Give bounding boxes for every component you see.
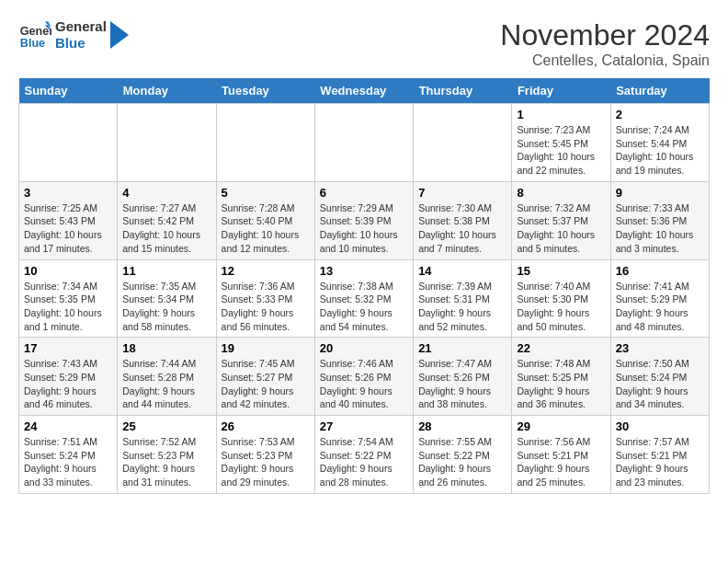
month-year-title: November 2024 [500, 18, 710, 52]
weekday-header-sunday: Sunday [19, 78, 118, 104]
day-number: 29 [517, 419, 605, 433]
day-info: Sunrise: 7:35 AMSunset: 5:34 PMDaylight:… [122, 280, 210, 334]
calendar-cell: 14Sunrise: 7:39 AMSunset: 5:31 PMDayligh… [414, 259, 512, 338]
day-info: Sunrise: 7:29 AMSunset: 5:39 PMDaylight:… [320, 201, 408, 256]
day-info: Sunrise: 7:44 AMSunset: 5:28 PMDaylight:… [122, 357, 210, 411]
calendar-cell: 9Sunrise: 7:33 AMSunset: 5:36 PMDaylight… [610, 181, 709, 259]
calendar-cell: 16Sunrise: 7:41 AMSunset: 5:29 PMDayligh… [610, 259, 709, 338]
calendar-week-1: 1Sunrise: 7:23 AMSunset: 5:45 PMDaylight… [19, 104, 710, 182]
day-info: Sunrise: 7:39 AMSunset: 5:31 PMDaylight:… [418, 280, 506, 334]
day-number: 1 [517, 108, 605, 121]
calendar-cell: 18Sunrise: 7:44 AMSunset: 5:28 PMDayligh… [118, 338, 216, 416]
calendar-cell: 22Sunrise: 7:48 AMSunset: 5:25 PMDayligh… [512, 338, 610, 416]
day-info: Sunrise: 7:54 AMSunset: 5:22 PMDaylight:… [320, 435, 408, 489]
calendar-cell: 1Sunrise: 7:23 AMSunset: 5:45 PMDaylight… [512, 104, 610, 182]
calendar-cell: 21Sunrise: 7:47 AMSunset: 5:26 PMDayligh… [414, 338, 512, 416]
svg-text:Blue: Blue [20, 37, 45, 50]
location-subtitle: Centelles, Catalonia, Spain [500, 52, 710, 69]
day-info: Sunrise: 7:28 AMSunset: 5:40 PMDaylight:… [222, 201, 310, 256]
calendar-cell [118, 104, 216, 182]
calendar-cell [314, 104, 413, 182]
day-number: 27 [320, 419, 408, 433]
calendar-cell: 15Sunrise: 7:40 AMSunset: 5:30 PMDayligh… [512, 259, 610, 338]
day-number: 7 [418, 186, 506, 200]
calendar-cell: 10Sunrise: 7:34 AMSunset: 5:35 PMDayligh… [19, 259, 118, 338]
calendar-body: 1Sunrise: 7:23 AMSunset: 5:45 PMDaylight… [19, 104, 710, 494]
calendar-cell: 8Sunrise: 7:32 AMSunset: 5:37 PMDaylight… [512, 181, 610, 259]
calendar-cell: 23Sunrise: 7:50 AMSunset: 5:24 PMDayligh… [610, 338, 709, 416]
day-number: 11 [122, 264, 210, 278]
day-number: 2 [616, 108, 704, 121]
day-number: 12 [222, 264, 310, 278]
day-number: 25 [122, 419, 210, 433]
day-number: 13 [320, 264, 408, 278]
day-number: 6 [320, 186, 408, 200]
logo-icon: General Blue [18, 18, 51, 52]
day-info: Sunrise: 7:43 AMSunset: 5:29 PMDaylight:… [24, 357, 112, 411]
day-info: Sunrise: 7:33 AMSunset: 5:36 PMDaylight:… [616, 201, 704, 256]
calendar-cell: 7Sunrise: 7:30 AMSunset: 5:38 PMDaylight… [414, 181, 512, 259]
day-number: 9 [616, 186, 704, 200]
calendar-cell: 3Sunrise: 7:25 AMSunset: 5:43 PMDaylight… [19, 181, 118, 259]
day-info: Sunrise: 7:53 AMSunset: 5:23 PMDaylight:… [222, 435, 310, 489]
day-number: 17 [24, 341, 112, 355]
day-number: 5 [222, 186, 310, 200]
calendar-cell: 12Sunrise: 7:36 AMSunset: 5:33 PMDayligh… [216, 259, 314, 338]
calendar-cell: 5Sunrise: 7:28 AMSunset: 5:40 PMDaylight… [216, 181, 314, 259]
day-info: Sunrise: 7:45 AMSunset: 5:27 PMDaylight:… [222, 357, 310, 411]
day-info: Sunrise: 7:24 AMSunset: 5:44 PMDaylight:… [616, 123, 704, 178]
logo-arrow-icon [110, 21, 129, 49]
day-info: Sunrise: 7:23 AMSunset: 5:45 PMDaylight:… [517, 123, 605, 178]
calendar-cell [216, 104, 314, 182]
day-number: 18 [122, 341, 210, 355]
calendar-cell: 20Sunrise: 7:46 AMSunset: 5:26 PMDayligh… [314, 338, 413, 416]
day-info: Sunrise: 7:52 AMSunset: 5:23 PMDaylight:… [122, 435, 210, 489]
weekday-header-tuesday: Tuesday [216, 78, 314, 104]
day-info: Sunrise: 7:30 AMSunset: 5:38 PMDaylight:… [418, 201, 506, 256]
day-number: 22 [517, 341, 605, 355]
day-info: Sunrise: 7:27 AMSunset: 5:42 PMDaylight:… [122, 201, 210, 256]
day-number: 8 [517, 186, 605, 200]
day-number: 4 [122, 186, 210, 200]
day-info: Sunrise: 7:38 AMSunset: 5:32 PMDaylight:… [320, 280, 408, 334]
weekday-header-thursday: Thursday [414, 78, 512, 104]
day-info: Sunrise: 7:50 AMSunset: 5:24 PMDaylight:… [616, 357, 704, 411]
day-number: 10 [24, 264, 112, 278]
calendar-cell [414, 104, 512, 182]
day-info: Sunrise: 7:47 AMSunset: 5:26 PMDaylight:… [418, 357, 506, 411]
calendar-table: SundayMondayTuesdayWednesdayThursdayFrid… [18, 78, 710, 494]
weekday-header-wednesday: Wednesday [314, 78, 413, 104]
day-info: Sunrise: 7:34 AMSunset: 5:35 PMDaylight:… [24, 280, 112, 334]
calendar-cell [19, 104, 118, 182]
calendar-cell: 24Sunrise: 7:51 AMSunset: 5:24 PMDayligh… [19, 416, 118, 494]
header: General Blue General Blue November 2024 … [18, 18, 710, 69]
calendar-cell: 6Sunrise: 7:29 AMSunset: 5:39 PMDaylight… [314, 181, 413, 259]
calendar-week-2: 3Sunrise: 7:25 AMSunset: 5:43 PMDaylight… [19, 181, 710, 259]
day-number: 14 [418, 264, 506, 278]
logo-general: General [55, 18, 107, 35]
day-info: Sunrise: 7:32 AMSunset: 5:37 PMDaylight:… [517, 201, 605, 256]
weekday-header-monday: Monday [118, 78, 216, 104]
calendar-cell: 2Sunrise: 7:24 AMSunset: 5:44 PMDaylight… [610, 104, 709, 182]
day-info: Sunrise: 7:25 AMSunset: 5:43 PMDaylight:… [24, 201, 112, 256]
day-number: 24 [24, 419, 112, 433]
calendar-cell: 4Sunrise: 7:27 AMSunset: 5:42 PMDaylight… [118, 181, 216, 259]
day-info: Sunrise: 7:57 AMSunset: 5:21 PMDaylight:… [616, 435, 704, 489]
day-info: Sunrise: 7:56 AMSunset: 5:21 PMDaylight:… [517, 435, 605, 489]
calendar-week-3: 10Sunrise: 7:34 AMSunset: 5:35 PMDayligh… [19, 259, 710, 338]
day-number: 19 [222, 341, 310, 355]
day-info: Sunrise: 7:46 AMSunset: 5:26 PMDaylight:… [320, 357, 408, 411]
calendar-cell: 28Sunrise: 7:55 AMSunset: 5:22 PMDayligh… [414, 416, 512, 494]
day-info: Sunrise: 7:51 AMSunset: 5:24 PMDaylight:… [24, 435, 112, 489]
day-info: Sunrise: 7:41 AMSunset: 5:29 PMDaylight:… [616, 280, 704, 334]
title-area: November 2024 Centelles, Catalonia, Spai… [500, 18, 710, 69]
day-number: 23 [616, 341, 704, 355]
calendar-cell: 30Sunrise: 7:57 AMSunset: 5:21 PMDayligh… [610, 416, 709, 494]
logo: General Blue General Blue [18, 18, 129, 52]
day-info: Sunrise: 7:48 AMSunset: 5:25 PMDaylight:… [517, 357, 605, 411]
day-info: Sunrise: 7:36 AMSunset: 5:33 PMDaylight:… [222, 280, 310, 334]
calendar-week-5: 24Sunrise: 7:51 AMSunset: 5:24 PMDayligh… [19, 416, 710, 494]
calendar-cell: 27Sunrise: 7:54 AMSunset: 5:22 PMDayligh… [314, 416, 413, 494]
weekday-header-saturday: Saturday [610, 78, 709, 104]
day-number: 16 [616, 264, 704, 278]
